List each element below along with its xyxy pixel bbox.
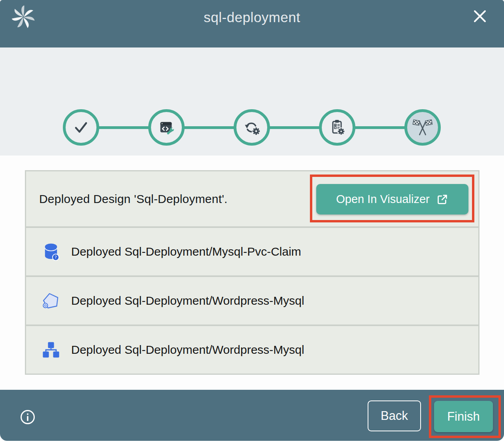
info-button[interactable] bbox=[20, 409, 36, 425]
svg-text:?: ? bbox=[55, 255, 57, 260]
step-circle bbox=[234, 109, 270, 146]
close-icon bbox=[471, 7, 489, 25]
gear-glyph bbox=[253, 127, 260, 135]
deployment-wizard-modal: sql-deployment Validate Design bbox=[0, 0, 504, 441]
close-button[interactable] bbox=[471, 7, 489, 25]
modal-footer: Back Finish bbox=[0, 390, 504, 441]
results-panel: Deployed Design 'Sql-Deployment'. Open I… bbox=[0, 156, 504, 390]
summary-row: Deployed Design 'Sql-Deployment'. Open I… bbox=[26, 171, 478, 226]
meshery-logo-icon bbox=[12, 6, 35, 28]
modal-header: sql-deployment bbox=[0, 0, 504, 47]
result-text: Deployed Sql-Deployment/Wordpress-Mysql bbox=[71, 343, 304, 357]
code-environment-icon bbox=[157, 118, 176, 137]
results-list: Deployed Design 'Sql-Deployment'. Open I… bbox=[25, 170, 479, 375]
step-circle-active bbox=[404, 109, 441, 146]
step-circle bbox=[148, 109, 185, 146]
gear-glyph bbox=[338, 128, 344, 135]
finish-button[interactable]: Finish bbox=[434, 401, 493, 432]
result-row-service: Deployed Sql-Deployment/Wordpress-Mysql bbox=[26, 277, 478, 324]
deployment-hierarchy-icon bbox=[41, 340, 61, 360]
open-in-visualizer-label: Open In Visualizer bbox=[336, 193, 429, 206]
result-text: Deployed Sql-Deployment/Mysql-Pvc-Claim bbox=[71, 245, 301, 258]
summary-text: Deployed Design 'Sql-Deployment'. bbox=[39, 192, 228, 206]
dry-run-cycle-gear-icon bbox=[242, 118, 261, 137]
service-pentagon-icon bbox=[41, 290, 61, 311]
check-icon bbox=[72, 118, 91, 137]
step-circle bbox=[63, 109, 99, 146]
result-text: Deployed Sql-Deployment/Wordpress-Mysql bbox=[71, 294, 304, 307]
modal-title: sql-deployment bbox=[204, 9, 300, 25]
back-button[interactable]: Back bbox=[368, 400, 421, 431]
clipboard-gear-icon bbox=[328, 118, 347, 137]
info-icon bbox=[20, 409, 36, 425]
step-circle bbox=[319, 109, 355, 146]
open-in-visualizer-button[interactable]: Open In Visualizer bbox=[316, 184, 468, 214]
pvc-database-icon: ? bbox=[41, 241, 61, 262]
result-row-deployment: Deployed Sql-Deployment/Wordpress-Mysql bbox=[26, 326, 478, 374]
result-row-pvc: ? Deployed Sql-Deployment/Mysql-Pvc-Clai… bbox=[26, 228, 478, 275]
checkered-flags-icon bbox=[412, 117, 433, 138]
stepper: Validate Design bbox=[0, 47, 504, 156]
external-link-icon bbox=[436, 193, 449, 206]
